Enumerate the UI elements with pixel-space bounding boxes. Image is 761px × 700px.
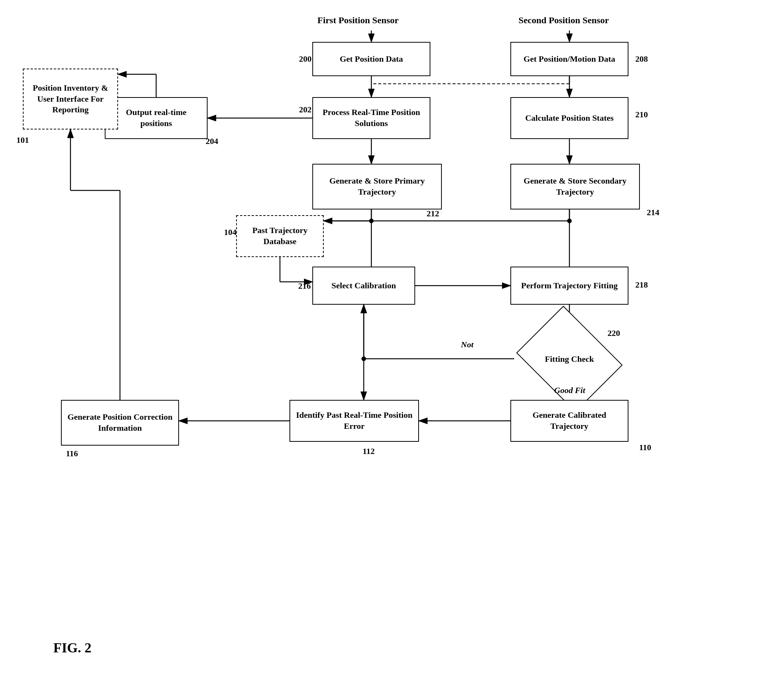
label-204: 204 xyxy=(206,136,218,146)
good-fit-label: Good Fit xyxy=(554,385,585,395)
diagram-container: First Position Sensor Second Position Se… xyxy=(0,0,761,700)
identify-past-error-box: Identify Past Real-Time Position Error xyxy=(289,400,419,442)
svg-point-32 xyxy=(361,356,366,361)
label-216: 216 xyxy=(298,281,311,291)
get-position-data-box: Get Position Data xyxy=(312,42,430,76)
label-212: 212 xyxy=(427,209,439,219)
perform-trajectory-fitting-box: Perform Trajectory Fitting xyxy=(510,267,628,305)
figure-caption: FIG. 2 xyxy=(53,640,91,656)
second-sensor-header: Second Position Sensor xyxy=(495,15,632,26)
generate-secondary-trajectory-box: Generate & Store Secondary Trajectory xyxy=(510,164,640,209)
generate-calibrated-trajectory-box: Generate Calibrated Trajectory xyxy=(510,400,628,442)
label-116: 116 xyxy=(66,449,78,459)
label-208: 208 xyxy=(635,54,648,64)
process-realtime-box: Process Real-Time Position Solutions xyxy=(312,97,430,139)
label-210: 210 xyxy=(635,110,648,120)
get-position-motion-data-box: Get Position/Motion Data xyxy=(510,42,628,76)
label-104: 104 xyxy=(224,227,237,237)
svg-point-15 xyxy=(369,219,374,223)
fitting-check-diamond: Fitting Check xyxy=(528,326,611,392)
label-218: 218 xyxy=(635,280,648,290)
not-label: Not xyxy=(461,340,473,350)
generate-position-correction-box: Generate Position Correction Information xyxy=(61,400,179,446)
position-inventory-box: Position Inventory & User Interface For … xyxy=(23,69,118,129)
generate-primary-trajectory-box: Generate & Store Primary Trajectory xyxy=(312,164,442,209)
first-sensor-header: First Position Sensor xyxy=(297,15,419,26)
calculate-position-states-box: Calculate Position States xyxy=(510,97,628,139)
select-calibration-box: Select Calibration xyxy=(312,267,415,305)
label-101: 101 xyxy=(16,135,29,145)
label-202: 202 xyxy=(299,105,312,115)
label-110: 110 xyxy=(639,443,651,452)
past-trajectory-database-box: Past Trajectory Database xyxy=(236,215,324,257)
label-220: 220 xyxy=(608,328,620,338)
label-214: 214 xyxy=(647,208,659,217)
label-112: 112 xyxy=(363,446,375,456)
fitting-check-label: Fitting Check xyxy=(545,354,594,364)
output-realtime-positions-box: Output real-time positions xyxy=(105,97,208,139)
label-200: 200 xyxy=(299,54,312,64)
svg-point-16 xyxy=(567,219,572,223)
